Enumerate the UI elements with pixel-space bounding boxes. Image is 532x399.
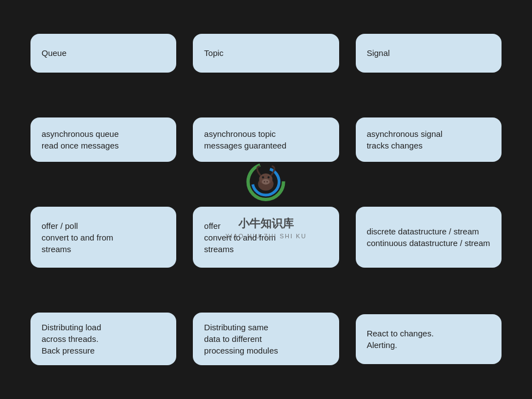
card-queue-title: Queue [30,34,176,73]
card-signal-use: React to changes. Alerting. [356,314,502,364]
cell-signal-title: Signal [347,11,510,95]
card-queue-use: Distributing load across threads. Back p… [30,313,176,365]
queue-desc-text: asynchronous queue read once messages [42,128,119,151]
cell-signal-desc: asynchronous signal tracks changes [347,95,510,184]
cell-queue-feature: offer / poll convert to and from streams [22,185,185,290]
cell-signal-feature: discrete datastructure / stream continuo… [347,185,510,290]
card-topic-desc: asynchronous topic messages guaranteed [193,117,339,162]
signal-use-text: React to changes. Alerting. [367,328,434,351]
queue-use-text: Distributing load across threads. Back p… [42,321,101,356]
cell-queue-title: Queue [22,11,185,95]
topic-feature-text: offer convert to and from streams [204,220,275,255]
cell-topic-desc: asynchronous topic messages guaranteed [185,95,347,184]
card-topic-title: Topic [193,34,339,73]
card-topic-feature: offer convert to and from streams [193,207,339,268]
cell-queue-use: Distributing load across threads. Back p… [22,290,185,388]
main-grid: Queue Topic Signal asynchronous queue re… [0,0,532,399]
cell-topic-use: Distributing same data to different proc… [185,290,347,388]
card-queue-feature: offer / poll convert to and from streams [30,207,176,268]
signal-desc-text: asynchronous signal tracks changes [367,128,443,151]
cell-topic-title: Topic [185,11,347,95]
signal-title-text: Signal [367,47,390,59]
card-topic-use: Distributing same data to different proc… [193,313,339,365]
topic-desc-text: asynchronous topic messages guaranteed [204,128,286,151]
queue-feature-text: offer / poll convert to and from streams [42,220,113,255]
card-queue-desc: asynchronous queue read once messages [30,117,176,162]
queue-title-text: Queue [42,47,66,59]
cell-topic-feature: offer convert to and from streams [185,185,347,290]
cell-signal-use: React to changes. Alerting. [347,290,510,388]
cell-queue-desc: asynchronous queue read once messages [22,95,185,184]
card-signal-desc: asynchronous signal tracks changes [356,117,502,162]
topic-use-text: Distributing same data to different proc… [204,321,278,356]
topic-title-text: Topic [204,47,223,59]
signal-feature-text: discrete datastructure / stream continuo… [367,226,490,249]
card-signal-title: Signal [356,34,502,73]
card-signal-feature: discrete datastructure / stream continuo… [356,207,502,268]
